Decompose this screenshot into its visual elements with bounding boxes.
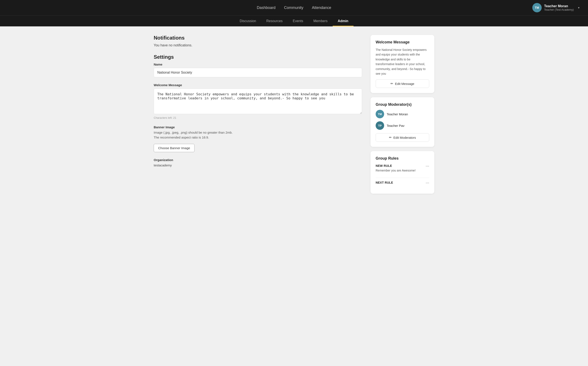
name-field-group: Name <box>154 62 362 77</box>
welcome-card-title: Welcome Message <box>376 40 429 45</box>
top-nav: Dashboard Community Attendance TM Teache… <box>0 0 588 15</box>
moderator-avatar-tm: TM <box>376 110 384 118</box>
name-label: Name <box>154 62 362 66</box>
tab-members[interactable]: Members <box>308 15 333 26</box>
nav-attendance[interactable]: Attendance <box>312 6 331 10</box>
rule-item-0: NEW RULE ··· Remember you are Awesome! <box>376 164 429 175</box>
top-nav-links: Dashboard Community Attendance <box>257 6 331 10</box>
moderator-list: TM Teacher Moran TP Teacher Pav <box>376 110 429 130</box>
rule-item-1: NEXT RULE ··· <box>376 180 429 189</box>
page-content: Notifications You have no notifications.… <box>145 26 443 202</box>
settings-title: Settings <box>154 54 362 60</box>
user-avatar: TM <box>532 3 542 12</box>
rule-name-0: NEW RULE <box>376 164 392 168</box>
user-role: Teacher (Test Academy) <box>544 8 574 11</box>
tab-discussion[interactable]: Discussion <box>235 15 261 26</box>
rule-dots-1[interactable]: ··· <box>426 180 429 185</box>
sidebar: Welcome Message The National Honor Socie… <box>371 35 434 194</box>
chevron-down-icon: ▾ <box>578 6 580 9</box>
nav-community[interactable]: Community <box>284 6 303 10</box>
tab-events[interactable]: Events <box>288 15 308 26</box>
welcome-field-group: Welcome Message The National Honor Socie… <box>154 83 362 119</box>
rule-header-0: NEW RULE ··· <box>376 164 429 168</box>
rule-divider <box>376 178 429 178</box>
moderator-name-tp: Teacher Pav <box>387 124 404 128</box>
tab-resources[interactable]: Resources <box>261 15 288 26</box>
banner-field-group: Banner Image Image (.jpg, .jpeg, .png) s… <box>154 125 362 152</box>
banner-label: Banner Image <box>154 125 362 129</box>
rules-card-title: Group Rules <box>376 156 429 161</box>
moderators-card-title: Group Moderator(s) <box>376 102 429 107</box>
moderator-avatar-tp: TP <box>376 121 384 130</box>
pencil-icon: ✏ <box>390 82 393 85</box>
banner-hint-2: The recommended aspect ratio is 16:9. <box>154 136 362 139</box>
user-menu[interactable]: TM Teacher Moran Teacher (Test Academy) … <box>532 3 580 12</box>
welcome-textarea[interactable]: The National Honor Society empowers and … <box>154 89 362 114</box>
notifications-title: Notifications <box>154 35 362 41</box>
rule-header-1: NEXT RULE ··· <box>376 180 429 185</box>
user-info: Teacher Moran Teacher (Test Academy) <box>544 4 574 11</box>
org-value: testacademy <box>154 163 362 167</box>
choose-banner-button[interactable]: Choose Banner Image <box>154 144 195 152</box>
tab-admin[interactable]: Admin <box>333 15 353 26</box>
notifications-section: Notifications You have no notifications. <box>154 35 362 47</box>
rule-desc-0: Remember you are Awesome! <box>376 169 429 172</box>
banner-hint-1: Image (.jpg, .jpeg, .png) should be no g… <box>154 131 362 134</box>
moderator-name-tm: Teacher Moran <box>387 112 408 116</box>
rule-name-1: NEXT RULE <box>376 181 393 184</box>
moderator-item-tm: TM Teacher Moran <box>376 110 429 118</box>
main-column: Notifications You have no notifications.… <box>154 35 362 194</box>
sub-nav: Discussion Resources Events Members Admi… <box>0 15 588 26</box>
rules-card: Group Rules NEW RULE ··· Remember you ar… <box>371 151 434 194</box>
nav-dashboard[interactable]: Dashboard <box>257 6 276 10</box>
edit-moderators-label: Edit Moderators <box>393 136 416 139</box>
user-name: Teacher Moran <box>544 4 574 8</box>
welcome-label: Welcome Message <box>154 83 362 87</box>
org-field-group: Organization testacademy <box>154 158 362 167</box>
edit-message-button[interactable]: ✏ Edit Message <box>376 79 429 88</box>
edit-moderators-button[interactable]: ✏ Edit Moderators <box>376 133 429 142</box>
name-input[interactable] <box>154 68 362 77</box>
pencil-icon-moderators: ✏ <box>389 136 392 139</box>
notifications-empty: You have no notifications. <box>154 43 362 47</box>
settings-section: Settings Name Welcome Message The Nation… <box>154 54 362 167</box>
chars-left: Characters left: 21 <box>154 116 362 119</box>
moderators-card: Group Moderator(s) TM Teacher Moran TP T… <box>371 97 434 147</box>
rule-dots-0[interactable]: ··· <box>426 164 429 168</box>
welcome-card: Welcome Message The National Honor Socie… <box>371 35 434 93</box>
org-label: Organization <box>154 158 362 162</box>
moderator-item-tp: TP Teacher Pav <box>376 121 429 130</box>
welcome-card-text: The National Honor Society empowers and … <box>376 47 429 76</box>
edit-message-label: Edit Message <box>395 82 414 85</box>
